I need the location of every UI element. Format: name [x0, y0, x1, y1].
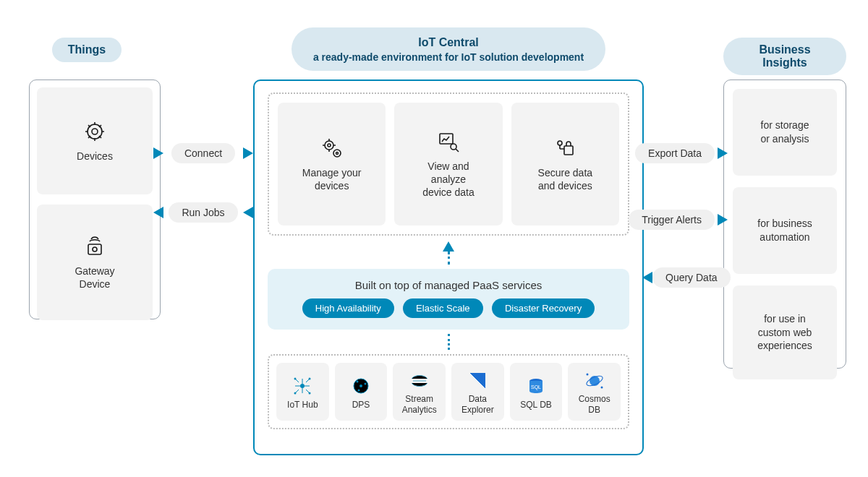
data-explorer-icon: [467, 370, 488, 394]
insights-title-pill: Business Insights: [723, 38, 846, 75]
svg-point-21: [358, 390, 360, 392]
gear-circle-icon: [82, 119, 107, 144]
devices-label: Devices: [77, 150, 113, 163]
svc-data-explorer: Data Explorer: [451, 363, 504, 421]
svg-point-13: [294, 378, 297, 380]
top-capabilities-row: Manage your devices View and analyze dev…: [268, 93, 629, 236]
view-analyze-label: View and analyze device data: [422, 160, 475, 199]
svc-cosmos-db-label: Cosmos DB: [579, 394, 610, 415]
paas-box: Built on top of managed PaaS services Hi…: [268, 269, 629, 330]
gateway-device-card: Gateway Device: [37, 205, 153, 320]
connect-label: Connect: [171, 143, 235, 163]
svg-point-4: [325, 141, 333, 150]
run-jobs-label: Run Jobs: [169, 202, 237, 223]
svg-point-12: [300, 384, 305, 388]
svc-sql-db-label: SQL DB: [520, 400, 552, 410]
svg-point-18: [359, 384, 362, 387]
svg-point-5: [328, 144, 331, 147]
things-box: Devices Gateway Device: [29, 80, 161, 319]
connector-trigger-alerts: Trigger Alerts: [642, 210, 728, 230]
insight-storage-analysis: for storage or analysis: [733, 89, 837, 176]
sql-db-icon: SQL: [525, 375, 547, 399]
insight-custom-web-label: for use in custom web experiences: [757, 312, 812, 353]
svg-point-10: [558, 141, 562, 145]
svg-rect-11: [564, 146, 573, 155]
svg-point-26: [586, 374, 588, 376]
connector-connect: Connect: [153, 143, 253, 163]
insight-business-automation-label: for business automation: [757, 217, 812, 244]
svg-point-16: [309, 378, 311, 380]
paas-pill-disaster-recovery: Disaster Recovery: [492, 298, 595, 318]
dps-icon: [350, 375, 372, 399]
paas-pill-high-availability: High Availability: [302, 298, 394, 318]
svc-cosmos-db: Cosmos DB: [568, 363, 621, 421]
insight-custom-web: for use in custom web experiences: [733, 285, 837, 379]
svg-point-9: [451, 144, 456, 150]
devices-card: Devices: [37, 87, 153, 194]
gateway-device-label: Gateway Device: [75, 265, 114, 291]
cosmos-db-icon: [584, 370, 605, 394]
manage-devices-card: Manage your devices: [278, 103, 386, 225]
iot-central-title-line1: IoT Central: [313, 35, 584, 51]
svg-rect-8: [440, 134, 453, 144]
view-analyze-card: View and analyze device data: [394, 103, 502, 225]
arrow-right-icon: [718, 147, 728, 159]
gears-icon: [320, 136, 344, 160]
svc-data-explorer-label: Data Explorer: [461, 394, 494, 415]
insight-storage-analysis-label: for storage or analysis: [761, 119, 809, 146]
arrow-right-icon: [153, 147, 163, 159]
svc-stream-analytics: Stream Analytics: [393, 363, 446, 421]
svc-dps-label: DPS: [352, 400, 370, 410]
iot-central-title-pill: IoT Central a ready-made environment for…: [292, 27, 605, 71]
connector-export-data: Export Data: [642, 143, 728, 163]
paas-heading: Built on top of managed PaaS services: [276, 279, 621, 291]
svg-point-20: [365, 383, 367, 385]
iot-central-title-line2: a ready-made environment for IoT solutio…: [313, 51, 584, 64]
svg-point-15: [294, 392, 297, 395]
arrow-left-icon: [153, 207, 163, 218]
svg-point-7: [336, 152, 338, 154]
svc-stream-analytics-label: Stream Analytics: [402, 394, 437, 415]
paas-pill-elastic-scale: Elastic Scale: [403, 298, 482, 318]
vertical-dots-top: [448, 252, 450, 265]
trigger-alerts-label: Trigger Alerts: [629, 210, 715, 230]
svc-sql-db: SQL SQL DB: [510, 363, 563, 421]
svc-dps: DPS: [335, 363, 388, 421]
insight-business-automation: for business automation: [733, 187, 837, 274]
manage-devices-label: Manage your devices: [302, 166, 362, 192]
services-row: IoT Hub DPS Stream Analytics Data Explor…: [268, 354, 629, 429]
connector-run-jobs: Run Jobs: [153, 202, 253, 223]
arrow-right-icon: [243, 147, 253, 159]
export-data-label: Export Data: [635, 143, 715, 163]
vertical-dots-bottom: [448, 334, 450, 350]
svg-rect-2: [88, 244, 101, 254]
insights-box: for storage or analysis for business aut…: [723, 80, 846, 369]
svg-point-14: [309, 392, 311, 395]
svg-point-6: [333, 150, 341, 157]
svg-point-3: [93, 247, 97, 252]
gateway-device-icon: [82, 234, 107, 259]
svc-iot-hub-label: IoT Hub: [287, 400, 318, 410]
svc-iot-hub: IoT Hub: [276, 363, 329, 421]
stream-analytics-icon: [409, 370, 430, 394]
arrow-right-icon: [718, 214, 728, 225]
svg-point-27: [600, 387, 603, 389]
secure-data-card: Secure data and devices: [511, 103, 619, 225]
svg-text:SQL: SQL: [531, 384, 541, 390]
things-title-pill: Things: [52, 38, 122, 62]
secure-data-label: Secure data and devices: [538, 166, 593, 192]
svg-point-19: [357, 381, 359, 383]
query-data-label: Query Data: [652, 267, 731, 288]
arrow-left-icon: [243, 207, 253, 218]
chart-search-icon: [436, 129, 461, 154]
iot-hub-icon: [292, 375, 313, 399]
arrow-up-icon: [443, 241, 454, 252]
iot-central-box: Manage your devices View and analyze dev…: [253, 80, 644, 455]
arrow-left-icon: [642, 272, 652, 283]
connector-query-data: Query Data: [642, 267, 728, 288]
shield-lock-icon: [553, 136, 577, 160]
svg-point-1: [92, 129, 98, 134]
